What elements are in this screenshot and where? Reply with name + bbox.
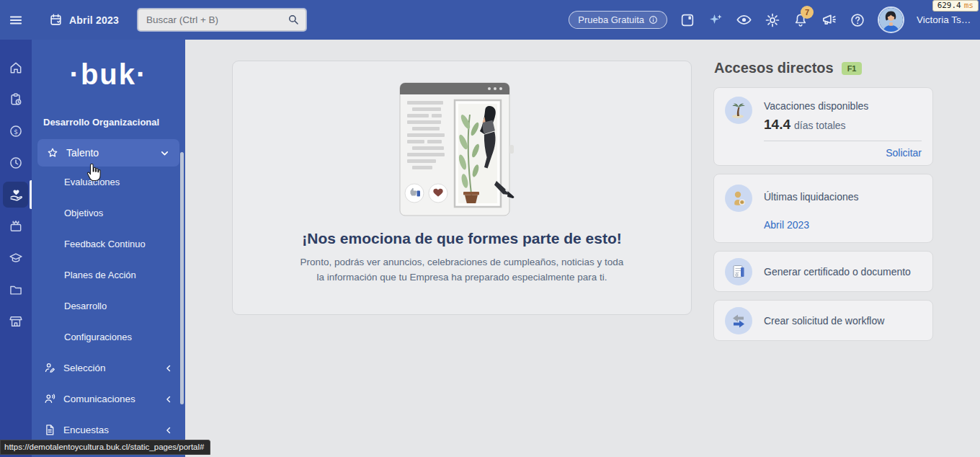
info-icon: [649, 15, 658, 25]
sidebar-section-title: Desarrollo Organizacional: [43, 117, 185, 128]
sidebar: ·buk· Desarrollo Organizacional Talento …: [32, 40, 185, 457]
sidebar-item-objetivos[interactable]: Objetivos: [32, 198, 185, 228]
briefcase-icon: [9, 219, 23, 234]
sidebar-scrollbar[interactable]: [180, 152, 184, 404]
user-avatar[interactable]: [878, 6, 904, 33]
calendar-icon: [49, 13, 63, 27]
storefront-icon: [9, 314, 23, 329]
vacations-title: Vacaciones disponibles: [764, 100, 868, 112]
payslip-month-link[interactable]: Abril 2023: [764, 219, 859, 231]
rail-item-payroll[interactable]: $: [0, 115, 32, 147]
search-box: [138, 9, 306, 31]
shortcuts-header: Accesos directos F1: [714, 60, 933, 76]
clock-icon: [9, 156, 23, 170]
rail-item-attendance[interactable]: [0, 84, 32, 115]
sidebar-item-comunicaciones[interactable]: Comunicaciones: [32, 383, 185, 414]
topbar-actions: Prueba Gratuita 7: [569, 6, 980, 33]
sidebar-item-evaluaciones[interactable]: Evaluaciones: [32, 167, 185, 198]
palm-tree-icon: [725, 97, 752, 124]
hamburger-menu-button[interactable]: [0, 0, 32, 40]
divider: [764, 141, 922, 141]
rail-item-documents[interactable]: [0, 274, 32, 306]
period-label: Abril 2023: [69, 14, 119, 26]
workflow-card[interactable]: Crear solicitud de workflow: [713, 300, 933, 341]
help-button[interactable]: [850, 12, 865, 28]
welcome-subtitle: Pronto, podrás ver anuncios, celebracion…: [300, 255, 624, 285]
home-icon: [9, 61, 23, 75]
vacations-days-suffix: días totales: [794, 120, 846, 131]
payslips-texts: Últimas liquidaciones Abril 2023: [764, 185, 859, 231]
rail-item-home[interactable]: [0, 52, 32, 84]
rail-item-training[interactable]: [0, 242, 32, 274]
certificate-card[interactable]: Generar certificado o documento: [713, 251, 933, 292]
certificate-document-icon: [725, 258, 752, 285]
sidebar-item-label: Talento: [66, 147, 99, 159]
svg-text:$: $: [14, 128, 18, 136]
sidebar-item-label: Encuestas: [63, 425, 109, 435]
clipboard-clock-icon: [9, 92, 23, 107]
rail-item-marketplace[interactable]: [0, 306, 32, 337]
sidebar-item-feedback-continuo[interactable]: Feedback Continuo: [32, 228, 185, 259]
vacations-days-value: 14.4: [764, 117, 790, 132]
sidebar-item-desarrollo[interactable]: Desarrollo: [32, 290, 185, 321]
chevron-left-icon: [164, 363, 174, 373]
sidebar-item-label: Comunicaciones: [63, 394, 135, 404]
topbar: Abril 2023 Prueba Gratuita 7: [0, 0, 980, 40]
vacations-texts: Vacaciones disponibles 14.4días totales: [764, 97, 868, 133]
main-content: ¡Nos emociona de que formes parte de est…: [185, 40, 980, 457]
workflow-arrows-icon: [725, 307, 752, 334]
performance-unit: ms: [964, 1, 974, 10]
search-icon[interactable]: [287, 13, 300, 26]
announcements-megaphone-button[interactable]: [821, 12, 837, 28]
survey-document-icon: [44, 424, 56, 436]
shortcuts-title: Accesos directos: [714, 60, 834, 76]
rail-item-time[interactable]: [0, 147, 32, 179]
user-name[interactable]: Victoria Tsi...: [917, 14, 971, 25]
f1-key-badge: F1: [842, 62, 863, 75]
sidebar-item-seleccion[interactable]: Selección: [32, 352, 185, 383]
settings-gear-icon[interactable]: [765, 12, 780, 28]
payslip-person-icon: [725, 185, 752, 212]
trial-badge[interactable]: Prueba Gratuita: [569, 11, 667, 29]
eye-icon[interactable]: [736, 12, 752, 28]
vacations-row: Vacaciones disponibles 14.4días totales: [725, 97, 922, 133]
sidebar-item-talento[interactable]: Talento: [37, 139, 179, 167]
chevron-left-icon: [164, 394, 174, 404]
workflow-label: Crear solicitud de workflow: [764, 315, 884, 327]
rail-item-benefits[interactable]: [0, 210, 32, 242]
payslips-title: Últimas liquidaciones: [764, 191, 859, 203]
performance-value: 629.4: [937, 1, 961, 10]
performance-overlay: 629.4ms: [932, 0, 979, 12]
person-voice-icon: [44, 393, 56, 405]
rail-item-talent[interactable]: [0, 179, 32, 210]
vacations-card: Vacaciones disponibles 14.4días totales …: [713, 87, 933, 166]
star-icon: [47, 147, 58, 159]
shortcuts-panel: Accesos directos F1 Vacaci: [713, 60, 933, 349]
chevron-left-icon: [164, 425, 174, 435]
trial-badge-label: Prueba Gratuita: [578, 14, 644, 25]
buk-logo[interactable]: ·buk·: [32, 58, 185, 91]
chevron-down-icon: [159, 148, 170, 159]
notifications-bell-button[interactable]: 7: [793, 12, 808, 28]
request-vacations-link[interactable]: Solicitar: [725, 147, 922, 159]
status-url-bubble: https://demotalentoycultura.buk.cl/stati…: [0, 440, 210, 455]
certificate-label: Generar certificado o documento: [764, 266, 911, 278]
period-selector[interactable]: Abril 2023: [49, 13, 119, 27]
person-edit-icon: [44, 362, 56, 374]
search-input[interactable]: [138, 9, 306, 31]
hand-heart-icon: [9, 187, 24, 203]
module-rail: $: [0, 40, 32, 457]
welcome-illustration: [388, 79, 536, 220]
dollar-circle-icon: $: [9, 124, 23, 138]
bookmark-button[interactable]: [680, 12, 695, 28]
folder-icon: [9, 283, 23, 297]
sidebar-item-label: Selección: [63, 363, 106, 373]
vacations-value-row: 14.4días totales: [764, 117, 868, 133]
sidebar-item-planes-de-accion[interactable]: Planes de Acción: [32, 259, 185, 290]
sparkles-icon[interactable]: [708, 12, 723, 28]
welcome-title: ¡Nos emociona de que formes parte de est…: [302, 230, 621, 247]
notification-count-badge: 7: [801, 6, 814, 19]
payslips-card: Últimas liquidaciones Abril 2023: [713, 174, 933, 243]
sidebar-item-configuraciones[interactable]: Configuraciones: [32, 321, 185, 352]
welcome-card: ¡Nos emociona de que formes parte de est…: [232, 61, 692, 315]
